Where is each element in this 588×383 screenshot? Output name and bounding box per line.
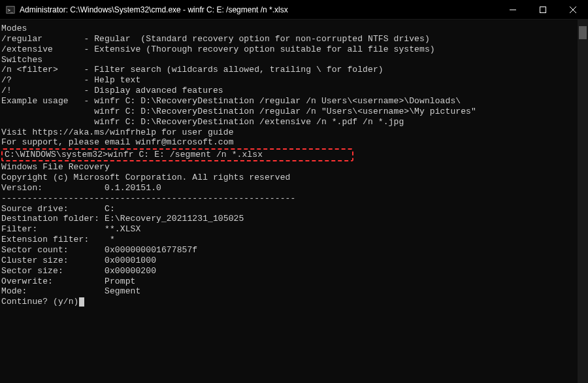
terminal-output[interactable]: Modes/regular - Regular (Standard recove… <box>0 20 588 383</box>
terminal-line: winfr C: D:\RecoveryDestination /extensi… <box>1 117 587 127</box>
terminal-line: Visit https://aka.ms/winfrhelp for user … <box>1 127 587 138</box>
window-titlebar: >_ Administrator: C:\Windows\System32\cm… <box>0 0 588 20</box>
terminal-line: winfr C: D:\RecoveryDestination /regular… <box>1 107 587 117</box>
terminal-line: ----------------------------------------… <box>1 193 587 204</box>
close-button[interactable] <box>558 0 588 19</box>
terminal-line: /regular - Regular (Standard recovery op… <box>1 34 587 44</box>
terminal-line: Sector size: 0x00000200 <box>1 266 587 276</box>
terminal-line: Modes <box>1 24 587 34</box>
terminal-line: Overwrite: Prompt <box>1 276 587 287</box>
terminal-line: Mode: Segment <box>1 286 587 297</box>
svg-text:>_: >_ <box>8 7 14 12</box>
maximize-button[interactable] <box>528 0 558 19</box>
window-title: Administrator: C:\Windows\System32\cmd.e… <box>20 5 288 14</box>
terminal-line: Source drive: C: <box>1 204 587 214</box>
svg-rect-3 <box>540 7 546 12</box>
minimize-button[interactable] <box>498 0 528 19</box>
terminal-line: Version: 0.1.20151.0 <box>1 183 587 193</box>
terminal-line: Copyright (c) Microsoft Corporation. All… <box>1 173 587 183</box>
terminal-line: Extension filter: * <box>1 235 587 245</box>
terminal-line: Windows File Recovery <box>1 162 587 173</box>
highlighted-command: C:\WINDOWS\system32>winfr C: E: /segment… <box>1 148 353 161</box>
cursor <box>79 297 84 307</box>
terminal-line: Example usage - winfr C: D:\RecoveryDest… <box>1 96 587 107</box>
terminal-line: Cluster size: 0x00001000 <box>1 256 587 266</box>
terminal-line: Switches <box>1 55 587 65</box>
terminal-line: /n <filter> - Filter search (wildcards a… <box>1 65 587 75</box>
terminal-line: Filter: **.XLSX <box>1 224 587 235</box>
vertical-scrollbar[interactable] <box>578 20 588 383</box>
terminal-line: /extensive - Extensive (Thorough recover… <box>1 44 587 55</box>
terminal-line: Sector count: 0x000000001677857f <box>1 245 587 256</box>
terminal-line: For support, please email winfr@microsof… <box>1 137 587 148</box>
terminal-line: Destination folder: E:\Recovery_20211231… <box>1 214 587 224</box>
terminal-line: /! - Display advanced features <box>1 86 587 96</box>
command-text: C:\WINDOWS\system32>winfr C: E: /segment… <box>5 150 263 159</box>
cmd-icon: >_ <box>5 5 16 15</box>
terminal-line: /? - Help text <box>1 75 587 86</box>
scrollbar-thumb[interactable] <box>579 26 587 39</box>
window-controls <box>498 0 588 19</box>
titlebar-left: >_ Administrator: C:\Windows\System32\cm… <box>5 5 288 15</box>
continue-prompt: Continue? (y/n) <box>1 297 79 307</box>
